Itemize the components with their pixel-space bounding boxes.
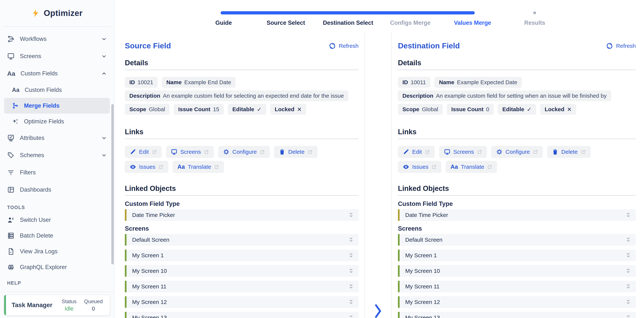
chevron-down-icon [101,36,107,42]
step-values-merge[interactable]: Values Merge [442,20,504,26]
sidebar-item-view-jira-logs[interactable]: View Jira Logs [4,244,110,259]
list-item-label: My Screen 13 [405,314,440,318]
list-item[interactable]: My Screen 1 [398,250,636,261]
translate-icon: Aa [178,164,185,170]
custom-field-type-heading: Custom Field Type [398,200,636,208]
sparkles-icon [12,118,19,125]
source-refresh-button[interactable]: Refresh [329,42,358,50]
sidebar-item-label: Optimize Fields [24,118,64,125]
issues-button[interactable]: Issues [125,161,168,173]
links-heading: Links [125,128,358,136]
sidebar-item-schemes[interactable]: Schemes [4,146,110,164]
source-panel-title: Source Field [125,42,171,50]
list-item[interactable]: My Screen 12 [398,296,636,308]
sidebar-item-batch-delete[interactable]: Batch Delete [4,228,110,244]
wizard-stepper: Guide Source Select Destination Select C… [114,0,644,32]
external-link-icon [487,164,492,170]
help-section-label: HELP [7,280,110,286]
app-title: Optimizer [44,8,82,18]
list-item[interactable]: My Screen 10 [125,265,358,277]
list-item-label: My Screen 11 [132,283,166,290]
list-item[interactable]: Default Screen [125,234,358,246]
sidebar-item-attributes[interactable]: Attributes [4,130,110,146]
panel-gutter [364,32,392,318]
sidebar-item-workflows[interactable]: Workflows [4,30,110,48]
id-badge: ID10011 [398,77,430,88]
status-label: Status [62,298,76,304]
linked-objects-heading: Linked Objects [398,184,636,192]
screens-button[interactable]: Screens [166,146,214,158]
sidebar-item-dashboards[interactable]: Dashboards [4,181,110,198]
step-results[interactable]: Results [504,20,566,26]
external-link-icon [260,150,265,154]
step-configs-merge[interactable]: Configs Merge [379,20,442,26]
chevrons-down-icon [348,314,354,318]
sidebar-item-screens[interactable]: Screens [4,48,110,65]
configure-button[interactable]: Configure [491,146,543,158]
id-badge: ID10021 [125,77,158,88]
sidebar: Optimizer Workflows Screens Aa Custom Fi… [0,0,114,318]
chevrons-down-icon [348,252,354,258]
configure-button[interactable]: Configure [218,146,270,158]
next-page-chevron-button[interactable] [372,302,384,318]
list-item[interactable]: My Screen 13 [125,312,358,318]
list-item-label: My Screen 12 [132,299,167,305]
sidebar-item-filters[interactable]: Filters [4,164,110,181]
delete-button[interactable]: Delete [274,146,318,158]
external-link-icon [533,150,538,154]
screen-icon [171,149,177,155]
check-icon: ✓ [257,106,262,113]
issue-count-badge: Issue Count0 [447,104,494,115]
list-item[interactable]: Default Screen [398,234,636,246]
issues-button[interactable]: Issues [398,161,442,173]
gear-icon [496,149,502,155]
sidebar-item-optimize-fields[interactable]: Optimize Fields [4,114,110,130]
delete-button[interactable]: Delete [547,146,590,158]
trash-icon [279,149,285,155]
list-item[interactable]: My Screen 10 [398,265,636,277]
filter-icon [7,169,14,176]
sidebar-item-graphql-explorer[interactable]: GraphQL Explorer [4,259,110,275]
sidebar-item-label: Custom Fields [20,70,58,77]
sidebar-item-switch-user[interactable]: Switch User [4,212,110,228]
divider [398,195,636,196]
list-item[interactable]: My Screen 1 [125,250,358,261]
list-item[interactable]: My Screen 11 [125,281,358,292]
queued-label: Queued [84,298,103,304]
list-item[interactable]: My Screen 13 [398,312,636,318]
chevrons-down-icon [626,314,631,318]
step-source-select[interactable]: Source Select [255,20,317,26]
list-item[interactable]: My Screen 11 [398,281,636,292]
sidebar-item-custom-fields[interactable]: Aa Custom Fields [4,65,110,82]
divider [125,195,358,196]
custom-field-type-heading: Custom Field Type [125,200,358,208]
translate-button[interactable]: AaTranslate [446,161,497,173]
edit-button[interactable]: Edit [125,146,162,158]
step-destination-select[interactable]: Destination Select [317,20,379,26]
gear-icon [223,149,230,155]
list-item-label: My Screen 11 [405,283,440,290]
custom-field-type-list: Date Time Picker [398,209,636,221]
translate-button[interactable]: AaTranslate [172,161,224,173]
sidebar-item-label: Switch User [20,216,51,223]
refresh-icon [606,42,613,50]
list-item-label: Date Time Picker [405,212,448,218]
edit-button[interactable]: Edit [398,146,435,158]
external-link-icon [477,150,482,154]
screens-button[interactable]: Screens [439,146,487,158]
list-item[interactable]: Date Time Picker [398,209,636,221]
step-guide[interactable]: Guide [192,20,255,26]
sidebar-item-merge-fields[interactable]: Merge Fields [4,98,110,114]
chevrons-down-icon [626,299,631,305]
sidebar-scrollbar-thumb[interactable] [111,104,114,264]
list-item[interactable]: My Screen 12 [125,296,358,308]
sidebar-item-label: Dashboards [20,186,51,193]
tag-icon [7,152,14,159]
list-item[interactable]: Date Time Picker [125,209,358,221]
attributes-icon [7,134,14,142]
destination-refresh-button[interactable]: Refresh [606,42,636,50]
lightning-bolt-icon [31,8,40,18]
sidebar-item-custom-fields-sub[interactable]: Aa Custom Fields [4,82,110,98]
screens-list: Default Screen My Screen 1 My Screen 10 [125,234,358,318]
dashboard-icon [7,186,14,194]
